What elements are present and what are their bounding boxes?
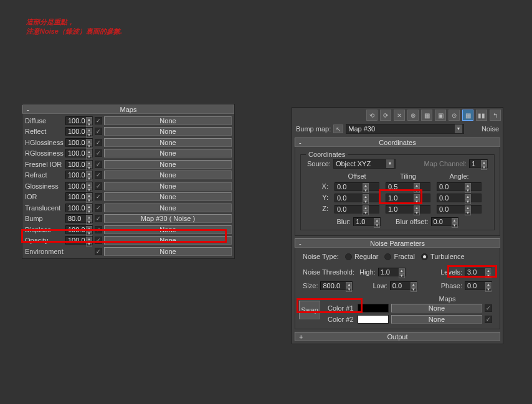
map-enable-checkbox[interactable]: ✓ [95,128,102,135]
map-slot-button[interactable]: None [104,236,232,245]
offset-header: Offset [335,172,379,180]
bump-map-row: Bump map: ↖ Map #30 Noise [292,123,503,135]
blur-offset-spinner[interactable]: 0.0▲▼ [431,217,458,226]
color1-label: Color #1 [328,304,355,312]
angle-x-spinner[interactable]: 0.0▲▼ [437,182,482,191]
color1-map-button[interactable]: None [391,304,482,312]
map-row: RGlossiness 100.0▲▼ ✓ None [25,148,232,159]
map-enable-checkbox[interactable]: ✓ [95,215,102,222]
tool-icon[interactable]: ▦ [421,110,432,121]
map-amount-spinner[interactable]: 100.0▲▼ [65,192,93,201]
tool-icon[interactable]: ▮▮ [476,110,487,121]
tiling-z-spinner[interactable]: 1.0▲▼ [386,205,430,214]
map-row: Fresnel IOR 100.0▲▼ ✓ None [25,159,232,170]
map-slot-button[interactable]: None [104,149,232,157]
map-row: Displace 100.0▲▼ ✓ None [25,224,232,235]
map-amount-spinner[interactable]: 100.0▲▼ [65,138,93,147]
map-slot-button[interactable]: None [104,127,232,136]
map-label: Displace [25,226,64,233]
material-toolbar: ⟲ ⟳ ✕ ⊗ ▦ ▣ ⊙ ▦ ▮▮ ↰ [292,108,503,123]
radio-regular[interactable]: Regular [345,253,379,260]
map-slot-button[interactable]: None [104,182,232,190]
map-enable-checkbox[interactable]: ✓ [95,149,102,157]
low-spinner[interactable]: 0.0▲▼ [390,281,417,290]
map-enable-checkbox[interactable]: ✓ [95,248,102,255]
color1-checkbox[interactable]: ✓ [485,304,492,312]
map-slot-button[interactable]: None [104,160,232,169]
map-enable-checkbox[interactable]: ✓ [95,182,102,190]
map-amount-spinner[interactable]: 100.0▲▼ [65,182,93,190]
output-rollout-header[interactable]: + Output [295,332,500,341]
map-slot-button[interactable]: None [104,204,232,212]
color2-swatch[interactable] [358,315,389,324]
map-amount-spinner[interactable]: 80.0▲▼ [65,214,93,223]
maps-panel: - Maps Diffuse 100.0▲▼ ✓ None Reflect 10… [22,104,235,259]
map-amount-spinner[interactable]: 100.0▲▼ [65,236,93,245]
levels-spinner[interactable]: 3.0▲▼ [465,268,492,276]
map-amount-spinner[interactable]: 100.0▲▼ [65,204,93,212]
map-row: HGlossiness 100.0▲▼ ✓ None [25,137,232,148]
maps-sublabel: Maps [399,295,496,303]
map-enable-checkbox[interactable]: ✓ [95,193,102,200]
phase-spinner[interactable]: 0.0▲▼ [465,281,492,290]
map-amount-spinner[interactable]: 100.0▲▼ [65,171,93,179]
map-slot-button[interactable]: None [104,138,232,147]
map-label: Diffuse [25,117,64,124]
tool-icon[interactable]: ▣ [435,110,446,121]
map-enable-checkbox[interactable]: ✓ [95,117,102,124]
map-enable-checkbox[interactable]: ✓ [95,171,102,179]
map-slot-button[interactable]: None [104,171,232,179]
color2-map-button[interactable]: None [391,315,482,324]
offset-x-spinner[interactable]: 0.0▲▼ [335,182,379,191]
map-label: Environment [25,248,64,255]
map-amount-spinner[interactable]: 100.0▲▼ [65,149,93,157]
offset-y-spinner[interactable]: 0.0▲▼ [335,194,379,202]
map-channel-spinner[interactable]: 1▲▼ [469,159,488,168]
map-amount-spinner[interactable]: 100.0▲▼ [65,160,93,169]
size-label: Size: [303,282,318,289]
map-enable-checkbox[interactable]: ✓ [95,226,102,233]
map-slot-button[interactable]: None [104,247,232,256]
map-slot-button[interactable]: None [104,192,232,201]
map-label: Bump [25,215,64,222]
tool-icon[interactable]: ⊗ [407,110,419,121]
map-slot-button[interactable]: Map #30 ( Noise ) [104,214,232,223]
map-slot-button[interactable]: None [104,116,232,125]
map-slot-button[interactable]: None [104,225,232,234]
size-spinner[interactable]: 800.0▲▼ [320,281,353,290]
map-amount-spinner[interactable]: 100.0▲▼ [65,127,93,136]
angle-z-spinner[interactable]: 0.0▲▼ [437,205,482,214]
blur-spinner[interactable]: 1.0▲▼ [353,217,381,226]
tool-icon[interactable]: ✕ [394,110,405,121]
tiling-y-spinner[interactable]: 1.0▲▼ [386,194,430,202]
map-enable-checkbox[interactable]: ✓ [95,204,102,212]
noise-params-rollout-header[interactable]: - Noise Parameters [295,238,500,248]
angle-y-spinner[interactable]: 0.0▲▼ [437,194,482,202]
show-in-viewport-icon[interactable]: ▦ [462,110,473,121]
radio-fractal[interactable]: Fractal [384,253,415,260]
tool-icon[interactable]: ⟳ [380,110,391,121]
swap-button[interactable]: Swap [299,301,320,319]
radio-turbulence[interactable]: Turbulence [421,253,465,260]
high-spinner[interactable]: 1.0▲▼ [378,268,406,276]
go-to-parent-icon[interactable]: ↰ [490,110,501,121]
color2-checkbox[interactable]: ✓ [485,316,492,323]
tiling-x-spinner[interactable]: 0.5▲▼ [386,182,430,191]
map-enable-checkbox[interactable]: ✓ [95,139,102,146]
tool-icon[interactable]: ⊙ [449,110,460,121]
map-enable-checkbox[interactable]: ✓ [95,161,102,168]
map-amount-spinner[interactable]: 100.0▲▼ [65,116,93,125]
map-amount-spinner[interactable]: 100.0▲▼ [65,225,93,234]
color1-swatch[interactable] [358,304,389,312]
map-enable-checkbox[interactable]: ✓ [95,237,102,244]
offset-z-spinner[interactable]: 0.0▲▼ [335,205,379,214]
pick-icon[interactable]: ↖ [333,124,343,133]
map-name-dropdown[interactable]: Map #30 [346,124,464,134]
coordinates-rollout-header[interactable]: - Coordinates [295,138,500,147]
maps-rollout-header[interactable]: - Maps [22,105,234,114]
source-dropdown[interactable]: Object XYZ [333,159,396,169]
map-row: Environment ✓ None [25,246,232,257]
tool-icon[interactable]: ⟲ [366,110,378,121]
noise-map-panel: ⟲ ⟳ ✕ ⊗ ▦ ▣ ⊙ ▦ ▮▮ ↰ Bump map: ↖ Map #30… [292,107,503,344]
angle-header: Angle: [437,172,482,180]
